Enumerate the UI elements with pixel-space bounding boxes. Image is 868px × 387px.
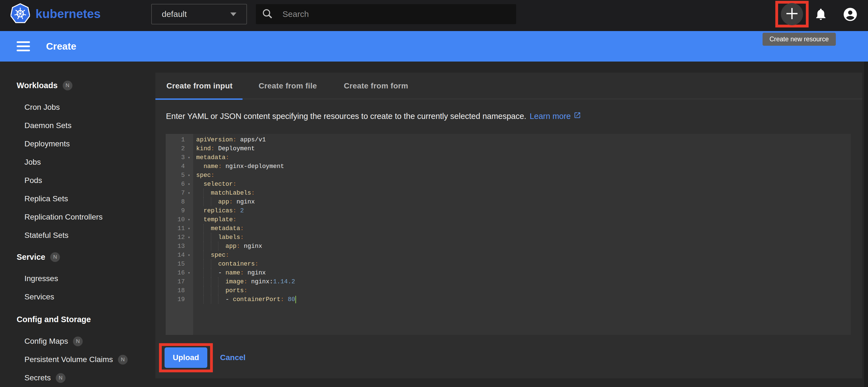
kubernetes-logo-text: kubernetes — [35, 7, 101, 21]
sidebar-item-persistent-volume-claims[interactable]: Persistent Volume ClaimsN — [0, 350, 155, 369]
sidebar-item-label: Pods — [24, 171, 42, 189]
page-scrollbar-track[interactable] — [864, 31, 868, 387]
code-text: image: nginx:1.14.2 — [193, 277, 295, 286]
description-text: Enter YAML or JSON content specifying th… — [166, 112, 526, 121]
add-resource-button[interactable] — [781, 3, 803, 25]
code-text: apiVersion: apps/v1 — [193, 135, 266, 144]
fold-arrow-icon[interactable]: ▾ — [185, 270, 193, 276]
code-line: 13app: nginx — [166, 242, 851, 251]
indent-guide — [196, 286, 204, 295]
indent-guide — [204, 277, 211, 286]
line-number: 15 — [166, 260, 193, 268]
fold-arrow-icon[interactable]: ▾ — [185, 182, 193, 187]
sidebar-item-label: Persistent Volume Claims — [24, 350, 113, 369]
sidebar-item-replica-sets[interactable]: Replica Sets — [0, 189, 155, 208]
search-input[interactable] — [282, 9, 510, 19]
code-line: 5▾spec: — [166, 171, 851, 180]
account-icon — [843, 18, 858, 23]
sidebar-item-label: Jobs — [24, 153, 41, 171]
fold-arrow-icon[interactable]: ▾ — [185, 190, 193, 196]
external-link-icon — [574, 111, 581, 121]
line-number: 6▾ — [166, 181, 193, 188]
line-number: 9 — [166, 207, 193, 214]
notifications-button[interactable] — [814, 7, 828, 22]
code-text: - name: nginx — [193, 268, 266, 277]
fold-arrow-icon[interactable]: ▾ — [185, 173, 193, 178]
line-number: 2 — [166, 145, 193, 152]
sidebar-item-services[interactable]: Services — [0, 288, 155, 306]
chevron-down-icon — [230, 12, 237, 16]
menu-button[interactable] — [17, 41, 30, 51]
indent-guide — [211, 286, 218, 295]
upload-button[interactable]: Upload — [164, 347, 207, 368]
namespace-select[interactable]: default — [151, 4, 247, 24]
indent-guide — [218, 286, 225, 295]
indent-guide — [204, 224, 211, 233]
sidebar-item-pods[interactable]: Pods — [0, 171, 155, 189]
kubernetes-logo[interactable]: kubernetes — [10, 3, 101, 24]
search-bar[interactable] — [256, 4, 516, 24]
fold-arrow-icon[interactable]: ▾ — [185, 217, 193, 222]
code-text: app: nginx — [193, 198, 255, 206]
tab-create-from-form[interactable]: Create from form — [332, 73, 420, 99]
sidebar-section-service: ServiceNIngressesServices — [0, 252, 155, 306]
indent-guide — [211, 242, 218, 251]
tab-create-from-file[interactable]: Create from file — [244, 73, 332, 99]
sidebar: WorkloadsNCron JobsDaemon SetsDeployment… — [0, 62, 155, 387]
sidebar-item-cron-jobs[interactable]: Cron Jobs — [0, 98, 155, 116]
fold-arrow-icon[interactable]: ▾ — [185, 226, 193, 231]
fold-arrow-icon[interactable]: ▾ — [185, 235, 193, 240]
learn-more-link[interactable]: Learn more — [530, 111, 581, 121]
sidebar-section-workloads: WorkloadsNCron JobsDaemon SetsDeployment… — [0, 81, 155, 245]
indent-guide — [204, 295, 211, 304]
sidebar-item-label: Config Maps — [24, 332, 68, 350]
text-cursor — [295, 296, 296, 303]
account-button[interactable] — [843, 7, 858, 23]
indent-guide — [204, 268, 211, 277]
sidebar-header-config-and-storage[interactable]: Config and Storage — [17, 315, 155, 324]
code-text: selector: — [193, 180, 237, 188]
sidebar-item-jobs[interactable]: Jobs — [0, 153, 155, 171]
sidebar-item-label: Cron Jobs — [24, 98, 60, 116]
indent-guide — [196, 233, 204, 242]
annotation-box-add-resource — [775, 1, 809, 28]
sidebar-item-deployments[interactable]: Deployments — [0, 135, 155, 153]
tab-bar: Create from inputCreate from fileCreate … — [155, 73, 862, 99]
line-number: 5▾ — [166, 172, 193, 179]
indent-guide — [211, 277, 218, 286]
sidebar-item-ingresses[interactable]: Ingresses — [0, 270, 155, 288]
code-text: ports: — [193, 286, 248, 295]
line-number: 10▾ — [166, 216, 193, 223]
sidebar-item-label: Daemon Sets — [24, 116, 71, 135]
sidebar-item-config-maps[interactable]: Config MapsN — [0, 332, 155, 350]
sidebar-item-secrets[interactable]: SecretsN — [0, 369, 155, 387]
tab-create-from-input[interactable]: Create from input — [155, 73, 244, 99]
code-line: 14▾spec: — [166, 251, 851, 259]
sidebar-header-service[interactable]: ServiceN — [17, 252, 155, 261]
fold-arrow-icon[interactable]: ▾ — [185, 155, 193, 160]
code-line: 2kind: Deployment — [166, 144, 851, 153]
create-description: Enter YAML or JSON content specifying th… — [166, 111, 581, 121]
sidebar-header-label: Service — [17, 252, 45, 261]
sidebar-item-stateful-sets[interactable]: Stateful Sets — [0, 226, 155, 245]
yaml-editor[interactable]: 1apiVersion: apps/v12kind: Deployment3▾m… — [166, 134, 851, 335]
sidebar-item-replication-controllers[interactable]: Replication Controllers — [0, 208, 155, 226]
top-bar: kubernetes default — [0, 0, 868, 31]
line-number: 14▾ — [166, 252, 193, 259]
sidebar-header-workloads[interactable]: WorkloadsN — [17, 81, 155, 90]
sidebar-item-daemon-sets[interactable]: Daemon Sets — [0, 116, 155, 135]
indent-guide — [204, 251, 211, 259]
sidebar-item-label: Ingresses — [24, 270, 58, 288]
fold-arrow-icon[interactable]: ▾ — [185, 252, 193, 258]
sidebar-header-label: Workloads — [17, 81, 58, 90]
code-line: 7▾matchLabels: — [166, 188, 851, 198]
sidebar-item-label: Secrets — [24, 369, 51, 387]
indent-guide — [196, 162, 204, 171]
indent-guide — [211, 198, 218, 206]
code-text: - containerPort: 80 — [193, 295, 296, 304]
line-number: 13 — [166, 243, 193, 250]
code-line: 16▾- name: nginx — [166, 268, 851, 277]
line-number: 1 — [166, 136, 193, 143]
indent-guide — [196, 198, 204, 206]
cancel-button[interactable]: Cancel — [220, 347, 246, 368]
